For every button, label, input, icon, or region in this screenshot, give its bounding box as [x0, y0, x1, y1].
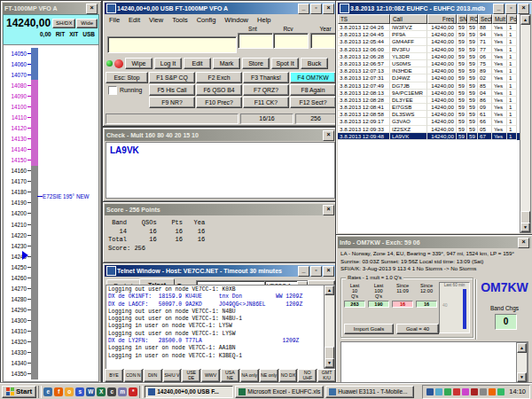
fkey-button[interactable]: F3 Thanks!: [243, 72, 289, 83]
log-scrollbar[interactable]: ▲ ▼: [520, 14, 531, 233]
rit-toggle[interactable]: RIT: [56, 31, 65, 37]
fkey-button[interactable]: F11 CK?: [243, 97, 289, 108]
running-checkbox[interactable]: Running: [106, 84, 148, 96]
telnet-macro-button[interactable]: WWV: [201, 369, 220, 382]
telnet-macro-button[interactable]: SH/U V: [163, 369, 182, 382]
minimize-icon[interactable]: _: [298, 266, 309, 277]
log-row[interactable]: 3.8.2013 12:08:58 DL3SWS 14240,00 59 59 …: [338, 111, 531, 118]
menu-item[interactable]: Config: [192, 15, 221, 25]
menu-item[interactable]: View: [145, 15, 168, 25]
quick-launch-icon[interactable]: o: [65, 387, 74, 396]
log-row[interactable]: 3.8.2013 12:07:13 IN3HDE 14240,00 59 59 …: [338, 67, 531, 74]
telnet-macro-button[interactable]: NO DX: [279, 369, 298, 382]
scrollbar-thumb[interactable]: [520, 211, 530, 223]
telnet-macro-button[interactable]: BYE: [105, 369, 123, 382]
log-row[interactable]: 3.8.2013 12:06:00 RV3FU 14240,00 59 59 7…: [338, 46, 531, 53]
log-column-header[interactable]: Freq: [427, 14, 457, 24]
maximize-icon[interactable]: ▫: [310, 4, 322, 14]
bandmap-spot[interactable]: E72SIE 195° NEW: [37, 193, 90, 200]
title-bar[interactable]: 3.8.2013 12:10:08Z EUHFC - EUHFC 2013.md…: [338, 3, 531, 14]
entry-action-button[interactable]: Mark: [213, 58, 240, 69]
log-row[interactable]: 3.8.2013 12:08:41 EI7GSB 14240,00 59 59 …: [338, 104, 531, 111]
notes-scrollbar[interactable]: ▲ ▼: [516, 342, 528, 383]
log-row[interactable]: 3.8.2013 12:09:48 LA9VK 14240,00 59 59 6…: [338, 133, 531, 140]
import-goals-button[interactable]: Import Goals: [344, 324, 394, 334]
log-column-header[interactable]: Sect: [478, 14, 492, 24]
scroll-up-icon[interactable]: ▲: [325, 286, 334, 295]
telnet-macro-button[interactable]: DI/N: [144, 369, 162, 382]
close-icon[interactable]: ×: [323, 205, 334, 215]
tray-icon[interactable]: [453, 388, 460, 395]
fkey-button[interactable]: F9 NR?: [149, 97, 195, 108]
fkey-button[interactable]: F6 QSO B4: [196, 84, 242, 96]
menu-item[interactable]: File: [105, 15, 124, 25]
tray-icon[interactable]: [489, 388, 496, 395]
telnet-scrollbar[interactable]: ▲ ▼: [324, 285, 335, 369]
fkey-button[interactable]: F2 Exch: [196, 72, 242, 83]
quick-launch-icon[interactable]: c: [107, 387, 116, 396]
close-icon[interactable]: ×: [86, 4, 98, 14]
log-row[interactable]: 3.8.2013 12:09:17 G3VAO 14240,00 59 59 6…: [338, 118, 531, 125]
scroll-down-icon[interactable]: ▼: [520, 223, 530, 232]
checkbox-icon[interactable]: [108, 86, 117, 95]
maximize-icon[interactable]: ▫: [310, 266, 322, 277]
log-row[interactable]: 3.8.2013 12:05:44 GM4AFF 14240,00 59 59 …: [338, 38, 531, 45]
entry-action-button[interactable]: Buck: [301, 58, 328, 69]
log-row[interactable]: 3.8.2013 12:06:57 US0MS 14240,00 59 59 7…: [338, 60, 531, 67]
menu-item[interactable]: Window: [220, 15, 253, 25]
fkey-button[interactable]: F12 Sect?: [290, 97, 336, 108]
scroll-up-icon[interactable]: ▲: [520, 15, 530, 25]
minimize-icon[interactable]: _: [298, 4, 309, 14]
entry-action-button[interactable]: Edit: [184, 58, 211, 69]
menu-item[interactable]: Tools: [168, 15, 192, 25]
task-button[interactable]: Huawei E3131 - T-Mobile...: [325, 386, 414, 398]
close-icon[interactable]: ×: [323, 4, 334, 14]
fkey-button[interactable]: F10 Prec?: [196, 97, 242, 108]
shdx-button[interactable]: SH/DX: [52, 19, 75, 28]
tray-icon[interactable]: [435, 388, 442, 395]
title-bar[interactable]: 14240,00+0,00 USB FT-1000MP VFO A _ ▫ ×: [105, 3, 336, 14]
log-row[interactable]: 3.8.2013 12:08:28 DL3YEE 14240,00 59 59 …: [338, 97, 531, 104]
log-column-header[interactable]: Call: [390, 14, 427, 24]
wide-button[interactable]: Wide: [76, 19, 98, 28]
scroll-up-icon[interactable]: ▲: [517, 343, 527, 353]
telnet-macro-button[interactable]: NA only: [240, 369, 259, 382]
telnet-macro-button[interactable]: USE DE: [182, 369, 200, 382]
quick-launch-icon[interactable]: f: [54, 387, 63, 396]
title-bar[interactable]: Check - Mult 160 80 40 20 15 10 ×: [105, 129, 336, 141]
log-row[interactable]: 3.8.2013 12:07:49 DG7JB 14240,00 59 59 8…: [338, 82, 531, 90]
log-column-header[interactable]: Po: [507, 14, 517, 24]
quick-launch-icon[interactable]: s: [75, 387, 84, 396]
menu-item[interactable]: Help: [253, 15, 275, 25]
tray-icon[interactable]: [471, 388, 478, 395]
quick-launch-icon[interactable]: X: [97, 387, 106, 396]
start-button[interactable]: Start: [2, 386, 36, 398]
close-icon[interactable]: ×: [323, 266, 334, 277]
tray-icon[interactable]: [444, 388, 451, 395]
snt-field[interactable]: [238, 33, 273, 49]
fkey-button[interactable]: F1 S&P CQ: [149, 72, 195, 83]
maximize-icon[interactable]: ▫: [505, 4, 517, 14]
fkey-button[interactable]: F8 Again: [290, 84, 336, 96]
minimize-icon[interactable]: _: [493, 4, 505, 14]
title-bar[interactable]: FT-1000MP VFO A ×: [3, 3, 99, 14]
scroll-down-icon[interactable]: ▼: [517, 372, 527, 382]
title-bar[interactable]: Telnet Window - Host: VE7CC.NET - Timeou…: [105, 265, 336, 277]
entry-action-button[interactable]: Log It: [154, 58, 182, 69]
telnet-macro-button[interactable]: NO UHF: [298, 369, 317, 382]
quick-launch-icon[interactable]: W: [86, 387, 95, 396]
check-callsign[interactable]: LA9VK: [106, 143, 334, 155]
quick-launch-icon[interactable]: m: [118, 387, 127, 396]
task-button[interactable]: Microsoft Excel - EUHFC.xls: [235, 386, 324, 398]
callsign-input[interactable]: [107, 36, 237, 53]
fkey-button[interactable]: F5 His Call: [149, 84, 195, 96]
scrollbar-thumb[interactable]: [325, 347, 334, 359]
esc-stop-button[interactable]: Esc: Stop: [106, 72, 148, 83]
rcv-field[interactable]: [273, 33, 309, 49]
title-bar[interactable]: Score - 256 Points ×: [105, 204, 336, 215]
close-icon[interactable]: ×: [518, 238, 529, 248]
tray-icon[interactable]: [480, 388, 487, 395]
tray-icon[interactable]: [497, 388, 505, 395]
close-icon[interactable]: ×: [323, 130, 334, 141]
entry-action-button[interactable]: Store: [242, 58, 270, 69]
